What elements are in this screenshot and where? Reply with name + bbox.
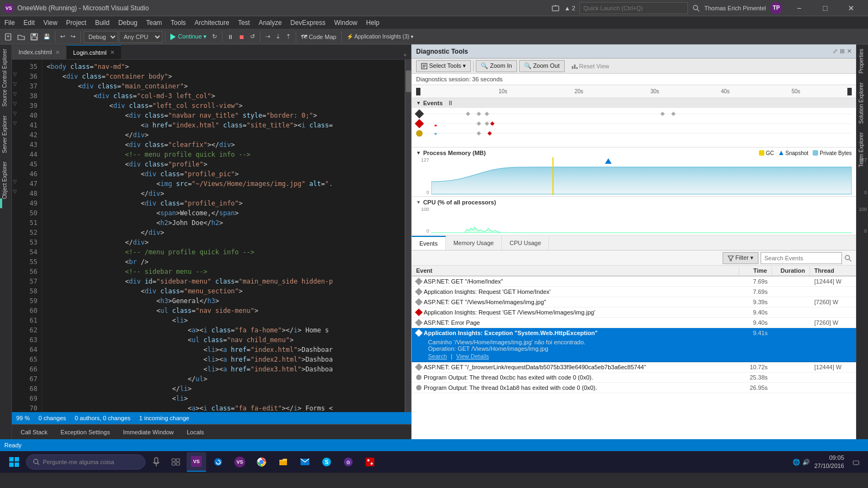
platform-select[interactable]: Any CPU (119, 31, 162, 43)
fold-38[interactable]: ▽ (12, 91, 21, 101)
zoom-out-btn[interactable]: 🔍 Zoom Out (519, 60, 565, 72)
debug-mode-select[interactable]: Debug (84, 31, 118, 43)
restart-btn[interactable]: ↺ (248, 30, 257, 43)
menu-help[interactable]: Help (362, 16, 384, 29)
menu-edit[interactable]: Edit (19, 16, 39, 29)
sidebar-tab-solution-explorer[interactable]: Solution Explorer (857, 78, 868, 128)
tab-call-stack[interactable]: Call Stack (14, 427, 54, 438)
event-row-program-output-2[interactable]: Program Output: The thread 0x1ab8 has ex… (412, 383, 856, 393)
menu-tools[interactable]: Tools (167, 16, 190, 29)
code-text[interactable]: <body class="nav-md"> <div class="contai… (42, 60, 405, 412)
menu-build[interactable]: Build (91, 16, 114, 29)
redo-btn[interactable]: ↪ (68, 30, 78, 43)
taskbar-app8-icon[interactable] (360, 452, 380, 472)
open-btn[interactable] (15, 30, 27, 43)
search-events-input[interactable] (761, 252, 842, 264)
tab-locals[interactable]: Locals (180, 427, 210, 438)
app-insights-btn[interactable]: ⚡ Application Insights (3) ▾ (344, 30, 416, 43)
diag-dock-btn[interactable]: ⊞ (840, 48, 845, 55)
event-row-aspnet-error-page[interactable]: ASP.NET: Error Page 9.40s [7260] W (412, 318, 856, 328)
editor-tab-index[interactable]: Index.cshtml ✕ (12, 45, 67, 59)
start-button[interactable] (4, 452, 24, 472)
diag-float-btn[interactable]: ⤢ (833, 48, 838, 55)
save-btn[interactable] (28, 30, 40, 43)
taskbar-app7-icon[interactable]: ⚙ (339, 452, 358, 472)
sidebar-tab-object-explorer[interactable]: Object Explorer (0, 157, 11, 203)
quick-launch-input[interactable] (579, 2, 688, 14)
editor-tab-login[interactable]: Login.cshtml ✕ (67, 45, 122, 59)
events-tab-cpu[interactable]: CPU Usage (502, 236, 549, 250)
continue-btn[interactable]: Continue ▾ (168, 30, 209, 43)
save-all-btn[interactable]: 💾 (41, 30, 52, 43)
tab-exception-settings[interactable]: Exception Settings (54, 427, 117, 438)
tab-close-index[interactable]: ✕ (55, 49, 60, 55)
editor-scrollbar[interactable] (405, 60, 411, 412)
events-tab-events[interactable]: Events (412, 236, 446, 250)
fold-41[interactable]: ▽ (12, 120, 21, 130)
event-row-appinsights-request-img[interactable]: Application Insights: Request 'GET /View… (412, 307, 856, 318)
fold-37[interactable]: ▽ (12, 81, 21, 91)
sidebar-tab-server-explorer[interactable]: Server Explorer (0, 111, 11, 157)
sidebar-tab-source-control[interactable]: Source Control Explorer (0, 44, 11, 111)
step-over-btn[interactable]: ⇢ (263, 30, 272, 43)
new-project-btn[interactable] (2, 30, 14, 43)
fold-39[interactable]: ▽ (12, 101, 21, 111)
fold-40[interactable]: ▽ (12, 111, 21, 120)
menu-team[interactable]: Team (142, 16, 166, 29)
taskbar-explorer-icon[interactable] (273, 452, 293, 472)
event-row-aspnet-get-index[interactable]: ASP.NET: GET "/Home/Index" 7.69s [12444]… (412, 277, 856, 287)
diag-close-btn[interactable]: ✕ (847, 48, 852, 55)
taskbar-edge-icon[interactable] (208, 452, 228, 472)
taskbar-task-view-btn[interactable] (167, 453, 184, 471)
event-search-link[interactable]: Search (428, 353, 447, 359)
taskbar-outlook-icon[interactable] (295, 452, 315, 472)
zoom-in-btn[interactable]: 🔍 Zoom In (476, 60, 516, 72)
fold-47[interactable]: ▽ (12, 179, 21, 189)
close-button[interactable]: ✕ (839, 0, 864, 16)
taskbar-chrome-icon[interactable] (252, 452, 271, 472)
taskbar-vs-alt-icon[interactable]: VS (230, 452, 250, 472)
menu-project[interactable]: Project (62, 16, 91, 29)
filter-button[interactable]: Filter ▾ (723, 252, 759, 264)
tab-immediate-window[interactable]: Immediate Window (117, 427, 181, 438)
sidebar-tab-properties[interactable]: Properties (857, 44, 868, 78)
refresh-btn[interactable]: ↻ (210, 30, 219, 43)
pause-btn[interactable]: ⏸ (225, 30, 235, 43)
taskbar-search-area[interactable]: Pergunte-me alguma coisa (26, 454, 145, 470)
code-map-btn[interactable]: 🗺 Code Map (299, 30, 339, 43)
event-row-aspnet-get-img[interactable]: ASP.NET: GET "/Views/Home/images/img.jpg… (412, 297, 856, 307)
step-into-btn[interactable]: ⇣ (273, 30, 283, 43)
stop-btn[interactable]: ⏹ (237, 30, 247, 43)
menu-analyze[interactable]: Analyze (254, 16, 286, 29)
events-section-header[interactable]: ▼ Events ⏸ (412, 98, 856, 108)
event-row-appinsights-request-index[interactable]: Application Insights: Request 'GET Home/… (412, 287, 856, 297)
taskbar-clock[interactable]: 09:05 27/10/2016 (814, 454, 844, 471)
menu-devexpress[interactable]: DevExpress (286, 16, 330, 29)
menu-architecture[interactable]: Architecture (190, 16, 234, 29)
editor-scrollbar-thumb[interactable] (406, 70, 411, 92)
sidebar-tab-team-explorer[interactable]: Team Explorer (857, 128, 868, 171)
menu-debug[interactable]: Debug (114, 16, 142, 29)
event-row-program-output-1[interactable]: Program Output: The thread 0xcbc has exi… (412, 373, 856, 383)
reset-view-btn[interactable]: Reset View (567, 60, 614, 72)
step-out-btn[interactable]: ⇡ (284, 30, 293, 43)
fold-48[interactable]: ▽ (12, 189, 21, 198)
tab-close-login[interactable]: ✕ (110, 49, 114, 55)
events-tab-memory[interactable]: Memory Usage (446, 236, 502, 250)
add-tab-btn[interactable]: + (399, 50, 411, 59)
minimize-button[interactable]: − (787, 0, 812, 16)
menu-window[interactable]: Window (330, 16, 362, 29)
undo-btn[interactable]: ↩ (58, 30, 67, 43)
menu-test[interactable]: Test (234, 16, 254, 29)
notification-center-btn[interactable] (848, 452, 864, 472)
menu-file[interactable]: File (0, 16, 19, 29)
fold-36[interactable]: ▽ (12, 72, 21, 81)
event-row-aspnet-get-browserlink[interactable]: ASP.NET: GET "/_browserLink/requestData/… (412, 362, 856, 373)
maximize-button[interactable]: □ (813, 0, 838, 16)
taskbar-vs-icon[interactable]: VS (187, 452, 206, 472)
select-tools-btn[interactable]: Select Tools ▾ (416, 60, 471, 72)
menu-view[interactable]: View (39, 16, 62, 29)
event-view-details-link[interactable]: View Details (456, 353, 489, 359)
event-row-appinsights-exception[interactable]: Application Insights: Exception "System.… (412, 328, 856, 362)
taskbar-mic-btn[interactable] (148, 453, 165, 471)
